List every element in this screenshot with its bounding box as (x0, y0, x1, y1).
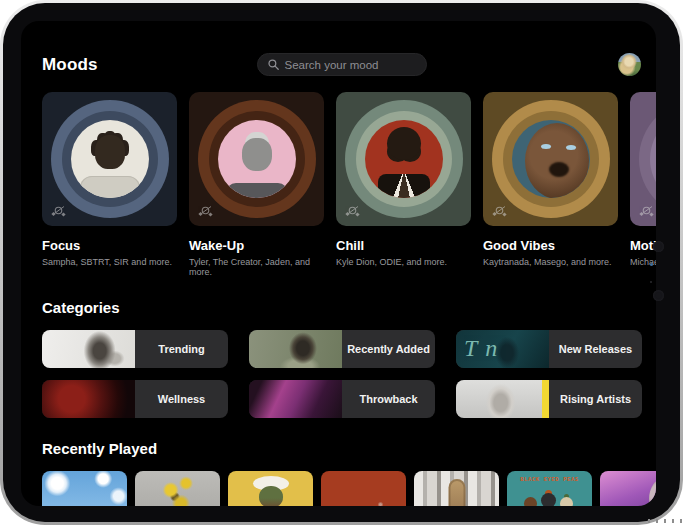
album-art-script-text: Tn (464, 331, 505, 365)
category-label-area: Trending (135, 330, 228, 368)
page-title: Moods (42, 55, 98, 75)
mood-art-good-vibes (483, 92, 618, 226)
categories-heading: Categories (42, 299, 656, 316)
device-bezel: Moods Search your mood (3, 3, 680, 522)
mood-card-chill[interactable]: Chill Kyle Dion, ODIE, and more. (336, 92, 471, 277)
mood-logo-icon (51, 205, 66, 217)
mood-art-focus (42, 92, 177, 226)
category-label: Wellness (158, 393, 206, 405)
speaker-grille-icon (648, 519, 682, 523)
recently-played-heading: Recently Played (42, 440, 656, 457)
search-placeholder: Search your mood (285, 59, 379, 71)
mood-subtitle: Tyler, The Creator, Jaden, and more. (189, 257, 324, 277)
category-tile-wellness[interactable]: Wellness (42, 380, 228, 418)
mood-art-motivation (630, 92, 656, 226)
category-tile-rising-artists[interactable]: Rising Artists (456, 380, 642, 418)
category-thumb-trending (42, 330, 135, 368)
mood-logo-icon (492, 205, 507, 217)
album-cover-black-eyed-peas[interactable]: BLACK EYED PEAS (507, 471, 592, 506)
portrait-focus (71, 120, 149, 198)
mood-art-wake-up (189, 92, 324, 226)
moods-row: Focus Sampha, SBTRT, SIR and more. (42, 92, 656, 277)
category-thumb-recently-added (249, 330, 342, 368)
mood-card-good-vibes[interactable]: Good Vibes Kaytranada, Masego, and more. (483, 92, 618, 277)
portrait-wake-up (218, 120, 296, 198)
mood-card-motivation[interactable]: Motivation Michael Kiwanuka, and more. (630, 92, 656, 277)
album-cover-title-text: BLACK EYED PEAS (507, 476, 592, 483)
category-label: Trending (158, 343, 204, 355)
category-label: New Releases (559, 343, 632, 355)
album-cover-white-hat[interactable] (228, 471, 313, 506)
category-thumb-throwback (249, 380, 342, 418)
category-thumb-rising-artists (456, 380, 549, 418)
mood-subtitle: Kaytranada, Masego, and more. (483, 257, 618, 267)
album-cover-rust[interactable] (321, 471, 406, 506)
category-tile-throwback[interactable]: Throwback (249, 380, 435, 418)
album-cover-daffodils[interactable] (135, 471, 220, 506)
categories-grid: Trending Recently Added Tn New Releases (42, 330, 656, 418)
album-cover-birch-braid[interactable] (414, 471, 499, 506)
portrait-chill (365, 120, 443, 198)
mood-title: Wake-Up (189, 238, 324, 253)
category-label-area: Wellness (135, 380, 228, 418)
category-label-area: Recently Added (342, 330, 435, 368)
recently-played-row: BLACK EYED PEAS (42, 471, 656, 506)
portrait-good-vibes (512, 120, 590, 198)
category-label-area: New Releases (549, 330, 642, 368)
album-cover-purple-sunset[interactable] (600, 471, 656, 506)
front-camera-icon (653, 241, 664, 252)
search-icon (268, 59, 279, 70)
microphone-dot-icon (650, 281, 652, 283)
profile-avatar[interactable] (618, 53, 641, 76)
tablet-device: Moods Search your mood (0, 0, 683, 525)
mood-card-wake-up[interactable]: Wake-Up Tyler, The Creator, Jaden, and m… (189, 92, 324, 277)
category-label: Recently Added (347, 343, 430, 355)
album-cover-sky-clouds[interactable] (42, 471, 127, 506)
mood-subtitle: Sampha, SBTRT, SIR and more. (42, 257, 177, 267)
camera-sensor-icon (653, 290, 664, 301)
mood-logo-icon (345, 205, 360, 217)
mood-title: Focus (42, 238, 177, 253)
category-label: Rising Artists (560, 393, 631, 405)
mood-logo-icon (639, 205, 654, 217)
mood-art-chill (336, 92, 471, 226)
camera-indicator-icon (650, 263, 653, 266)
mood-subtitle: Kyle Dion, ODIE, and more. (336, 257, 471, 267)
app-screen: Moods Search your mood (21, 21, 656, 506)
search-input[interactable]: Search your mood (257, 53, 427, 76)
mood-logo-icon (198, 205, 213, 217)
category-tile-trending[interactable]: Trending (42, 330, 228, 368)
category-thumb-wellness (42, 380, 135, 418)
mood-title: Good Vibes (483, 238, 618, 253)
category-tile-recently-added[interactable]: Recently Added (249, 330, 435, 368)
app-header: Moods Search your mood (42, 53, 641, 77)
mood-card-focus[interactable]: Focus Sampha, SBTRT, SIR and more. (42, 92, 177, 277)
category-thumb-new-releases: Tn (456, 330, 549, 368)
category-label-area: Rising Artists (549, 380, 642, 418)
category-tile-new-releases[interactable]: Tn New Releases (456, 330, 642, 368)
mood-title: Chill (336, 238, 471, 253)
category-label-area: Throwback (342, 380, 435, 418)
category-label: Throwback (359, 393, 417, 405)
